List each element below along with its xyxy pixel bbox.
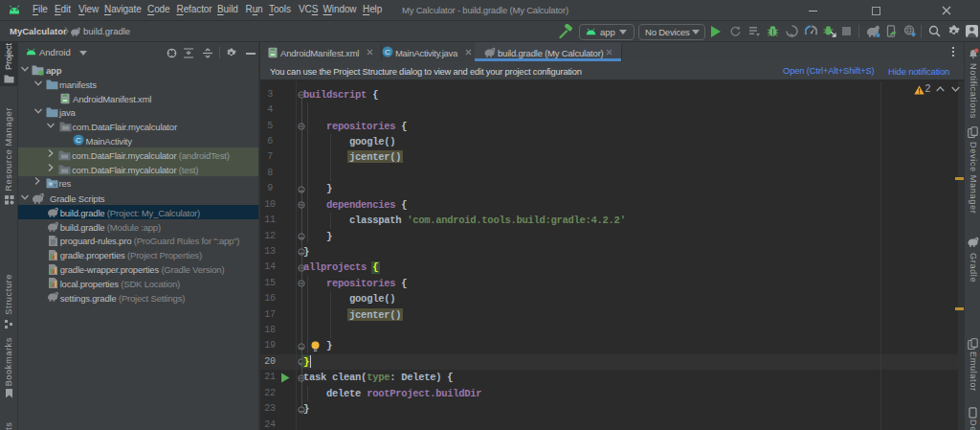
svg-text:C: C [385, 48, 390, 57]
svg-text:C: C [76, 136, 81, 145]
